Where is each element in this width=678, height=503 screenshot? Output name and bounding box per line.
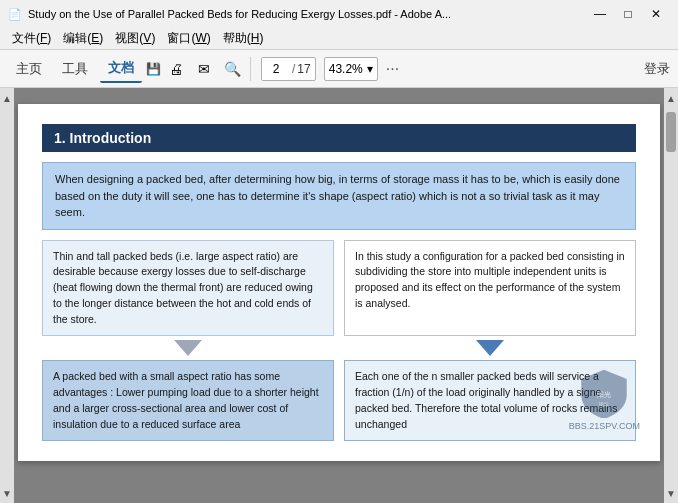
zoom-control[interactable]: 43.2% ▾ <box>324 57 378 81</box>
top-columns: Thin and tall packed beds (i.e. large as… <box>42 240 636 337</box>
scroll-down-button[interactable]: ▼ <box>664 483 678 503</box>
window-title: Study on the Use of Parallel Packed Beds… <box>28 8 586 20</box>
pdf-page: 1. Introduction When designing a packed … <box>18 104 660 461</box>
left-arrow-down <box>174 340 202 356</box>
print-icon[interactable]: 🖨 <box>164 57 188 81</box>
svg-text:阳光: 阳光 <box>597 390 611 399</box>
top-left-box: Thin and tall packed beds (i.e. large as… <box>42 240 334 337</box>
scroll-thumb[interactable] <box>666 112 676 152</box>
page-separator: / <box>290 62 297 76</box>
zoom-value: 43.2% <box>329 62 363 76</box>
content-area: ▲ ▼ 1. Introduction When designing a pac… <box>0 88 678 503</box>
minimize-button[interactable]: — <box>586 4 614 24</box>
search-icon[interactable]: 🔍 <box>220 57 244 81</box>
left-nav: ▲ ▼ <box>0 88 14 503</box>
save-icon[interactable]: 💾 <box>146 57 160 81</box>
app-icon: 📄 <box>8 8 22 21</box>
tools-button[interactable]: 工具 <box>54 56 96 82</box>
menu-file[interactable]: 文件(F) <box>6 28 57 49</box>
page-number-input[interactable] <box>262 58 290 80</box>
page-total: 17 <box>297 62 314 76</box>
watermark-url: BBS.21SPV.COM <box>569 421 640 431</box>
menu-help[interactable]: 帮助(H) <box>217 28 270 49</box>
more-button[interactable]: ··· <box>382 60 403 78</box>
highlight-paragraph: When designing a packed bed, after deter… <box>42 162 636 230</box>
scroll-up-button[interactable]: ▲ <box>664 88 678 108</box>
login-button[interactable]: 登录 <box>644 60 670 78</box>
toolbar-separator <box>250 57 251 81</box>
next-page-arrow[interactable]: ▼ <box>0 483 14 503</box>
bottom-left-box: A packed bed with a small aspect ratio h… <box>42 360 334 441</box>
watermark-shield-icon: 阳光 论坛 <box>574 368 634 418</box>
prev-page-arrow[interactable]: ▲ <box>0 88 14 108</box>
right-scrollbar[interactable]: ▲ ▼ <box>664 88 678 503</box>
top-right-text: In this study a configuration for a pack… <box>355 250 625 309</box>
right-arrow-down <box>476 340 504 356</box>
left-arrow-col <box>42 340 334 356</box>
top-left-text: Thin and tall packed beds (i.e. large as… <box>53 250 313 325</box>
bottom-columns: A packed bed with a small aspect ratio h… <box>42 360 636 441</box>
maximize-button[interactable]: □ <box>614 4 642 24</box>
bottom-left-text: A packed bed with a small aspect ratio h… <box>53 370 319 429</box>
zoom-arrow: ▾ <box>367 62 373 76</box>
watermark: 阳光 论坛 BBS.21SPV.COM <box>569 368 640 431</box>
home-button[interactable]: 主页 <box>8 56 50 82</box>
page-navigation: / 17 <box>261 57 316 81</box>
highlight-text: When designing a packed bed, after deter… <box>55 173 620 218</box>
top-right-box: In this study a configuration for a pack… <box>344 240 636 337</box>
document-button[interactable]: 文档 <box>100 55 142 83</box>
window-controls: — □ ✕ <box>586 4 670 24</box>
toolbar: 主页 工具 文档 💾 🖨 ✉ 🔍 / 17 43.2% ▾ ··· 登录 <box>0 50 678 88</box>
title-bar: 📄 Study on the Use of Parallel Packed Be… <box>0 0 678 28</box>
menu-window[interactable]: 窗口(W) <box>161 28 216 49</box>
arrow-row <box>42 340 636 356</box>
section-title: 1. Introduction <box>54 130 151 146</box>
close-button[interactable]: ✕ <box>642 4 670 24</box>
menu-bar: 文件(F) 编辑(E) 视图(V) 窗口(W) 帮助(H) <box>0 28 678 50</box>
email-icon[interactable]: ✉ <box>192 57 216 81</box>
svg-text:论坛: 论坛 <box>599 401 609 407</box>
menu-view[interactable]: 视图(V) <box>109 28 161 49</box>
right-arrow-col <box>344 340 636 356</box>
section-header: 1. Introduction <box>42 124 636 152</box>
menu-edit[interactable]: 编辑(E) <box>57 28 109 49</box>
